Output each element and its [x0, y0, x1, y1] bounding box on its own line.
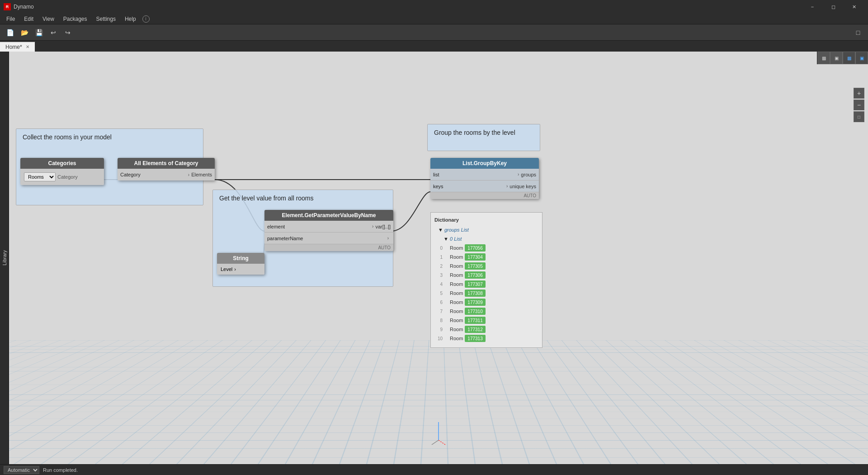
zero-list-item: ▼ 0 List	[434, 236, 462, 242]
dict-type-9: Room	[444, 327, 463, 332]
groups-list-item: ▼ groups List	[434, 227, 469, 233]
tab-home[interactable]: Home* ✕	[0, 42, 35, 52]
status-bar: Automatic Run completed.	[0, 464, 868, 475]
all-elements-arrow: ›	[188, 172, 189, 177]
dict-type-7: Room	[444, 309, 463, 314]
dict-val-10: 177313	[465, 335, 485, 342]
dict-index-3: 3	[434, 273, 443, 278]
get-parameter-body: element › var[]..[] parameterName › AUTO	[264, 221, 393, 251]
dict-type-3: Room	[444, 272, 463, 278]
main-area: Library Collect the rooms in your model …	[0, 52, 868, 464]
menu-help[interactable]: Help	[120, 14, 141, 24]
menu-file[interactable]: File	[2, 14, 19, 24]
zoom-plus-button[interactable]: +	[854, 88, 864, 99]
dict-type-8: Room	[444, 318, 463, 323]
all-elements-body: Category › Elements	[118, 169, 215, 180]
dict-index-1: 1	[434, 255, 443, 260]
dict-index-0: 0	[434, 246, 443, 251]
all-elements-header: All Elements of Category	[118, 158, 215, 169]
string-node-body: Level ›	[217, 264, 264, 275]
zoom-controls: + − □	[854, 88, 864, 122]
svg-line-2	[432, 440, 439, 445]
fullscreen-button[interactable]: □	[852, 26, 864, 39]
groupbykey-header: List.GroupByKey	[430, 158, 539, 169]
annotation-level-text: Get the level value from all rooms	[219, 195, 314, 202]
zoom-minus-button[interactable]: −	[854, 100, 864, 110]
dict-type-10: Room	[444, 336, 463, 341]
view-mode-panel: ▩ ▣ ▩ ▣	[817, 52, 868, 64]
all-elements-input-label: Category	[120, 172, 186, 177]
string-value: Level	[221, 266, 232, 272]
dict-index-5: 5	[434, 291, 443, 296]
menu-settings[interactable]: Settings	[92, 14, 120, 24]
open-button[interactable]: 📂	[18, 26, 31, 39]
menu-edit[interactable]: Edit	[19, 14, 38, 24]
dict-val-5: 177308	[465, 290, 485, 297]
categories-dropdown[interactable]: Rooms	[24, 172, 56, 181]
menu-bar: File Edit View Packages Settings Help i	[0, 14, 868, 24]
undo-button[interactable]: ↩	[47, 26, 60, 39]
string-output-arrow: ›	[234, 266, 236, 272]
view-mode-1-button[interactable]: ▩	[817, 52, 830, 64]
tab-close-icon[interactable]: ✕	[26, 44, 29, 49]
dict-val-1: 177304	[465, 253, 485, 261]
dict-val-0: 177056	[465, 244, 485, 252]
dict-type-2: Room	[444, 263, 463, 269]
new-button[interactable]: 📄	[4, 26, 16, 39]
maximize-button[interactable]: ◻	[823, 0, 844, 14]
gbk-list-label: list	[433, 172, 516, 177]
redo-button[interactable]: ↪	[61, 26, 74, 39]
dict-val-8: 177311	[465, 317, 485, 324]
dict-val-4: 177307	[465, 280, 485, 288]
dict-val-3: 177306	[465, 271, 485, 279]
dict-index-8: 8	[434, 318, 443, 323]
dict-val-6: 177309	[465, 299, 485, 306]
gbk-keys-label: keys	[433, 184, 505, 189]
dict-type-1: Room	[444, 254, 463, 260]
tab-bar: Home* ✕	[0, 41, 868, 52]
dict-index-2: 2	[434, 264, 443, 269]
app-title: Dynamo	[14, 4, 802, 10]
dictionary-panel: Dictionary ▼ groups List ▼ 0 List 0Room1…	[430, 212, 542, 348]
app-icon: R	[4, 3, 11, 10]
view-mode-2-button[interactable]: ▣	[830, 52, 843, 64]
dict-type-0: Room	[444, 245, 463, 251]
dict-index-7: 7	[434, 309, 443, 314]
groupbykey-node: List.GroupByKey list › groups keys › uni…	[430, 158, 539, 199]
annotation-group-text: Group the rooms by the level	[434, 129, 515, 136]
canvas[interactable]: Collect the rooms in your model Group th…	[9, 52, 868, 464]
save-button[interactable]: 💾	[33, 26, 45, 39]
axes-svg	[429, 413, 448, 449]
run-mode-dropdown[interactable]: Automatic	[4, 466, 39, 474]
dict-type-6: Room	[444, 299, 463, 305]
view-mode-4-button[interactable]: ▣	[855, 52, 868, 64]
dict-type-4: Room	[444, 281, 463, 287]
menu-view[interactable]: View	[38, 14, 59, 24]
all-elements-node: All Elements of Category Category › Elem…	[118, 158, 215, 180]
menu-packages[interactable]: Packages	[59, 14, 92, 24]
close-button[interactable]: ✕	[844, 0, 864, 14]
zoom-fit-button[interactable]: □	[854, 111, 864, 122]
gbk-groups-label: groups	[521, 172, 536, 177]
svg-line-1	[439, 440, 445, 445]
dictionary-title: Dictionary	[434, 217, 459, 223]
groupbykey-body: list › groups keys › unique keys AUTO	[430, 169, 539, 199]
view-mode-3-button[interactable]: ▩	[843, 52, 855, 64]
parameter-name-label: parameterName	[267, 236, 386, 241]
dict-val-7: 177310	[465, 308, 485, 315]
string-node: String Level ›	[217, 253, 264, 275]
string-node-header: String	[217, 253, 264, 264]
dict-index-4: 4	[434, 282, 443, 287]
get-parameter-header: Element.GetParameterValueByName	[264, 210, 393, 221]
title-bar: R Dynamo − ◻ ✕	[0, 0, 868, 14]
dict-val-2: 177305	[465, 262, 485, 270]
dict-val-9: 177312	[465, 326, 485, 333]
axes-indicator	[429, 413, 448, 451]
get-parameter-auto: AUTO	[264, 244, 393, 251]
library-label[interactable]: Library	[2, 250, 7, 266]
info-icon[interactable]: i	[142, 15, 150, 23]
dict-index-9: 9	[434, 327, 443, 332]
gbk-uniquekeys-label: unique keys	[509, 184, 536, 189]
dict-index-10: 10	[434, 336, 443, 341]
minimize-button[interactable]: −	[802, 0, 823, 14]
